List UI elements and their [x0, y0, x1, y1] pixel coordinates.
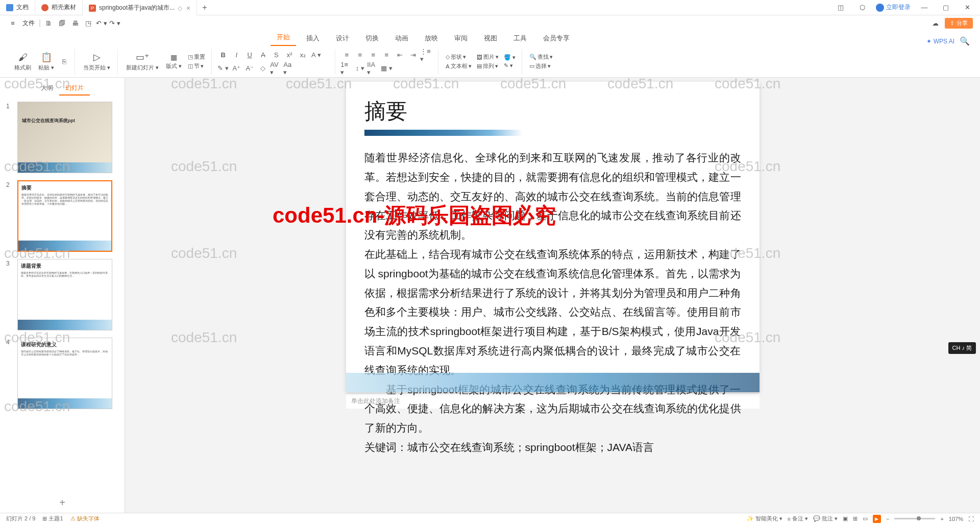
- italic-button[interactable]: I: [230, 50, 242, 61]
- sub-button[interactable]: x₂: [297, 50, 309, 61]
- file-menu[interactable]: 文件: [22, 19, 35, 28]
- tab-current[interactable]: P springboot基于java的城市... ◇ ×: [83, 0, 197, 15]
- slide-thumbnail[interactable]: 课题背景 随着世界经济信息化和互联网的飞速发展，互联网为人们提供一系列的软件系统…: [17, 259, 112, 330]
- new-slide-button[interactable]: ▭⁺ 新建幻灯片 ▾: [123, 51, 162, 73]
- slide-item-1[interactable]: 1 城市公交在线查询系统ppt: [6, 102, 118, 173]
- align-center-button[interactable]: ≡: [354, 50, 366, 61]
- theme-status[interactable]: ⊞ 主题1: [42, 515, 63, 522]
- numbering-button[interactable]: 1≡ ▾: [340, 63, 353, 74]
- save-icon[interactable]: 🗎: [43, 17, 54, 29]
- add-tab-button[interactable]: +: [197, 3, 212, 12]
- window-icon-1[interactable]: ◫: [833, 1, 848, 14]
- comments-toggle[interactable]: 💬 批注 ▾: [813, 515, 838, 522]
- ribbon-tab-vip[interactable]: 会员专享: [537, 31, 576, 46]
- zoom-out[interactable]: −: [886, 516, 889, 522]
- strikethrough-button[interactable]: S: [270, 50, 282, 61]
- menu-icon[interactable]: ≡: [7, 17, 18, 29]
- arrange-button[interactable]: ▤ 排列 ▾: [475, 62, 501, 70]
- search-icon[interactable]: 🔍: [960, 36, 970, 46]
- slide-body[interactable]: 随着世界经济信息化、全球化的到来和互联网的飞速发展，推动了各行业的改革。若想达到…: [364, 148, 741, 457]
- slide-title[interactable]: 摘要: [364, 97, 741, 126]
- login-button[interactable]: 立即登录: [876, 3, 911, 12]
- fill-button[interactable]: 🪣 ▾: [502, 54, 518, 61]
- picture-button[interactable]: 🖼 图片 ▾: [475, 53, 501, 61]
- fit-button[interactable]: ⛶: [968, 516, 974, 522]
- clear-format-button[interactable]: ◇: [257, 63, 269, 74]
- ribbon-tab-start[interactable]: 开始: [271, 30, 296, 46]
- export-icon[interactable]: ◳: [83, 17, 94, 29]
- view-sorter[interactable]: ⊞: [853, 515, 857, 522]
- text-direction-button[interactable]: IIA ▾: [367, 63, 379, 74]
- find-button[interactable]: 🔍 查找 ▾: [527, 53, 555, 61]
- share-button[interactable]: ⇪ 分享: [945, 18, 973, 29]
- textbox-button[interactable]: A 文本框 ▾: [444, 62, 473, 70]
- cloud-icon[interactable]: ☁: [929, 17, 941, 29]
- wps-ai-button[interactable]: ✦ WPS AI: [926, 38, 954, 45]
- outline-tab[interactable]: 大纲: [35, 82, 59, 96]
- select-button[interactable]: ▭ 选择 ▾: [527, 62, 555, 70]
- layout-button[interactable]: ▦ 版式 ▾: [163, 52, 185, 71]
- highlight-button[interactable]: ✎ ▾: [217, 63, 229, 74]
- font-size-up-button[interactable]: A⁺: [230, 63, 242, 74]
- slide-item-4[interactable]: 4 课程研究的意义 现代城市公交在线查询系统综合了网络系统、电子化、管理等方面技…: [6, 338, 118, 409]
- notes-toggle[interactable]: ≡ 备注 ▾: [788, 515, 808, 522]
- slide-thumbnail[interactable]: 摘要 随着世界经济信息化、全球化的到来和互联网的飞速发展，推动了各行业的改革。若…: [17, 180, 112, 252]
- char-spacing-button[interactable]: AV ▾: [270, 63, 282, 74]
- zoom-slider[interactable]: [894, 518, 935, 519]
- slideshow-button[interactable]: ▶: [873, 515, 881, 523]
- copy-icon[interactable]: ⎘: [58, 56, 70, 67]
- ribbon-tab-review[interactable]: 审阅: [448, 31, 474, 46]
- window-icon-2[interactable]: ⬡: [854, 1, 870, 14]
- ribbon-tab-insert[interactable]: 插入: [300, 31, 326, 46]
- indent-left-button[interactable]: ⇤: [394, 50, 406, 61]
- bold-button[interactable]: B: [217, 50, 229, 61]
- indent-right-button[interactable]: ⇥: [407, 50, 419, 61]
- print-icon[interactable]: 🗐: [56, 17, 67, 29]
- slide-count[interactable]: 幻灯片 2 / 9: [6, 515, 35, 522]
- reset-button[interactable]: ◳ 重置: [186, 53, 207, 61]
- slide-thumbnail[interactable]: 城市公交在线查询系统ppt: [17, 102, 112, 173]
- tab-pin-icon[interactable]: ◇: [178, 5, 182, 12]
- paste-button[interactable]: 📋 粘贴 ▾: [35, 51, 57, 73]
- columns-button[interactable]: ▦ ▾: [380, 63, 393, 74]
- minimize-button[interactable]: —: [917, 1, 932, 14]
- strike-button[interactable]: A̶: [257, 50, 269, 61]
- add-slide-button[interactable]: +: [0, 493, 125, 513]
- change-case-button[interactable]: Aa ▾: [283, 63, 296, 74]
- missing-font[interactable]: ⚠ 缺失字体: [70, 515, 100, 522]
- slides-tab[interactable]: 幻灯片: [59, 82, 90, 96]
- line-spacing-button[interactable]: ↕ ▾: [354, 63, 366, 74]
- font-color-button[interactable]: A ▾: [310, 50, 322, 61]
- zoom-value[interactable]: 107%: [949, 516, 963, 522]
- underline-button[interactable]: U: [243, 50, 256, 61]
- section-button[interactable]: ◫ 节 ▾: [186, 62, 207, 70]
- current-page-start-button[interactable]: ▷ 当页开始 ▾: [80, 51, 113, 73]
- font-size-down-button[interactable]: A⁻: [243, 63, 256, 74]
- undo-icon[interactable]: ↶ ▾: [96, 17, 107, 29]
- align-left-button[interactable]: ≡: [340, 50, 353, 61]
- ribbon-tab-slideshow[interactable]: 放映: [419, 31, 444, 46]
- maximize-button[interactable]: ▢: [938, 1, 953, 14]
- smart-beautify[interactable]: ✨ 智能美化 ▾: [747, 515, 782, 522]
- zoom-in[interactable]: +: [940, 516, 943, 522]
- canvas-area[interactable]: 摘要 随着世界经济信息化、全球化的到来和互联网的飞速发展，推动了各行业的改革。若…: [125, 78, 980, 513]
- align-justify-button[interactable]: ≡: [380, 50, 393, 61]
- view-normal[interactable]: ▣: [843, 515, 848, 522]
- bullets-button[interactable]: ⋮≡ ▾: [420, 50, 432, 61]
- tab-docs[interactable]: 文档: [0, 0, 35, 15]
- tab-daoke[interactable]: 稻壳素材: [35, 0, 83, 15]
- slide-canvas[interactable]: 摘要 随着世界经济信息化、全球化的到来和互联网的飞速发展，推动了各行业的改革。若…: [346, 82, 760, 392]
- close-icon[interactable]: ×: [186, 4, 190, 12]
- preview-icon[interactable]: 🖶: [69, 17, 81, 29]
- slide-thumbnail[interactable]: 课程研究的意义 现代城市公交在线查询系统综合了网络系统、电子化、管理等方面技术，…: [17, 338, 112, 409]
- format-painter-button[interactable]: 🖌 格式刷: [11, 51, 34, 73]
- ribbon-tab-transition[interactable]: 切换: [359, 31, 385, 46]
- ribbon-tab-tools[interactable]: 工具: [507, 31, 533, 46]
- close-button[interactable]: ✕: [960, 1, 975, 14]
- redo-icon[interactable]: ↷ ▾: [109, 17, 120, 29]
- view-reading[interactable]: ▭: [863, 515, 868, 522]
- slides-list[interactable]: 1 城市公交在线查询系统ppt 2 摘要 随着世界经济信息化、全球化的到来和互联…: [0, 98, 125, 493]
- ribbon-tab-design[interactable]: 设计: [330, 31, 355, 46]
- super-button[interactable]: x²: [283, 50, 296, 61]
- ribbon-tab-view[interactable]: 视图: [478, 31, 503, 46]
